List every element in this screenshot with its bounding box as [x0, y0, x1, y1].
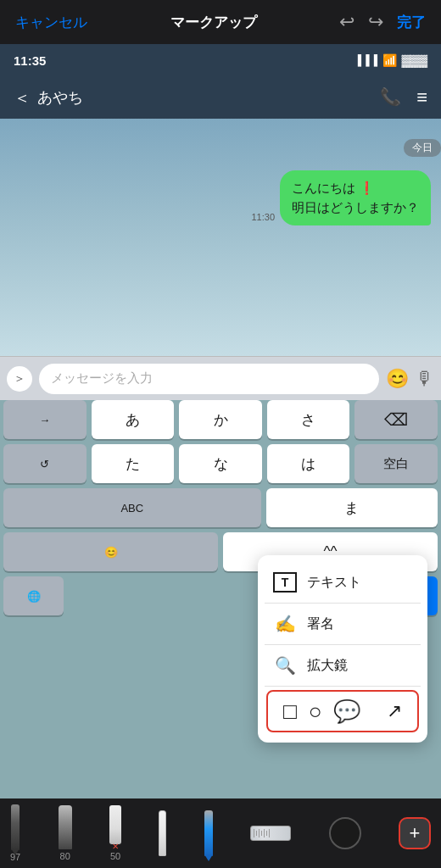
plus-icon: + [410, 822, 421, 844]
markup-toolbar: キャンセル マークアップ ↩ ↪ 完了 [0, 0, 441, 44]
key-ma[interactable]: ま [266, 488, 438, 527]
key-abc[interactable]: ABC [3, 488, 261, 527]
pen-blue-icon [204, 810, 213, 856]
chat-contact-name: あやち [37, 87, 83, 108]
key-globe[interactable]: 🌐 [3, 576, 64, 615]
tool-pencil-white[interactable] [159, 810, 166, 856]
key-a[interactable]: あ [92, 400, 175, 439]
pencil-white-icon [159, 810, 166, 856]
phone-button[interactable]: 📞 [380, 86, 401, 108]
emoji-button[interactable]: 😊 [386, 368, 409, 390]
chat-message-wrap: 11:30 こんにちは ❗明日はどうしますか？ [251, 170, 431, 225]
chat-bubble-outgoing: こんにちは ❗明日はどうしますか？ [280, 170, 431, 225]
popup-menu: T テキスト ✍️ 署名 🔍 拡大鏡 □ ○ 💬 ↗ [258, 555, 427, 743]
marker-icon [59, 805, 72, 849]
battery-icon: ▓▓▓ [401, 53, 427, 67]
message-input-area: ＞ メッセージを入力 😊 🎙 [0, 356, 441, 400]
speech-shape-icon[interactable]: 💬 [333, 700, 360, 722]
popup-signature-label: 署名 [307, 615, 334, 633]
chat-header-right: 📞 ≡ [380, 86, 427, 108]
keyboard-row-1: → あ か さ ⌫ [0, 400, 441, 439]
key-ka[interactable]: か [179, 400, 262, 439]
eraser-x-icon: ✕ [112, 842, 119, 851]
key-ha[interactable]: は [267, 444, 350, 483]
mic-button[interactable]: 🎙 [416, 368, 434, 390]
eraser-size: 50 [110, 851, 120, 861]
tool-pen-blue[interactable] [204, 810, 213, 856]
markup-title: マークアップ [170, 13, 257, 32]
tool-ruler[interactable] [250, 826, 291, 841]
drawing-toolbar: 97 80 ✕ 50 [0, 798, 441, 868]
key-space[interactable]: 空白 [354, 444, 438, 483]
chat-body: 今日 11:30 こんにちは ❗明日はどうしますか？ [0, 119, 441, 356]
circle-shape-icon[interactable]: ○ [309, 700, 322, 722]
text-icon: T [273, 572, 297, 593]
popup-item-magnify[interactable]: 🔍 拡大鏡 [258, 645, 427, 686]
chat-date-label: 今日 [404, 139, 441, 157]
redo-button[interactable]: ↪ [368, 11, 383, 33]
popup-item-signature[interactable]: ✍️ 署名 [258, 604, 427, 644]
input-placeholder: メッセージを入力 [51, 370, 153, 387]
tool-marker[interactable]: 80 [59, 805, 72, 861]
tool-eraser[interactable]: ✕ 50 [109, 805, 121, 861]
keyboard-row-3: ABC ま [0, 488, 441, 527]
message-time: 11:30 [251, 212, 275, 222]
popup-text-label: テキスト [307, 574, 361, 592]
expand-button[interactable]: ＞ [7, 366, 32, 392]
key-sa[interactable]: さ [267, 400, 350, 439]
done-button[interactable]: 完了 [397, 13, 426, 32]
divider-3 [265, 686, 421, 687]
magnify-icon: 🔍 [273, 655, 297, 676]
chat-header: ＜ あやち 📞 ≡ [0, 76, 441, 119]
rect-shape-icon[interactable]: □ [283, 700, 297, 722]
message-input-field[interactable]: メッセージを入力 [39, 364, 379, 394]
markup-actions: ↩ ↪ 完了 [339, 11, 426, 33]
add-tool-button[interactable]: + [399, 817, 431, 849]
signal-icon: ▐▐▐ [354, 54, 379, 66]
key-delete[interactable]: ⌫ [354, 400, 438, 439]
ruler-icon [250, 826, 291, 841]
key-na[interactable]: な [179, 444, 262, 483]
popup-shapes-row: □ ○ 💬 ↗ [266, 690, 419, 732]
marker-size: 80 [60, 851, 70, 861]
message-text: こんにちは ❗明日はどうしますか？ [292, 181, 419, 214]
chat-header-left: ＜ あやち [14, 86, 83, 109]
popup-item-text[interactable]: T テキスト [258, 562, 427, 603]
arrow-shape-icon[interactable]: ↗ [387, 702, 402, 721]
wifi-icon: 📶 [382, 53, 397, 67]
popup-magnify-label: 拡大鏡 [307, 657, 348, 675]
undo-button[interactable]: ↩ [339, 11, 354, 33]
color-picker-button[interactable] [329, 817, 361, 849]
status-bar: 11:35 ▐▐▐ 📶 ▓▓▓ [0, 44, 441, 76]
key-arrow[interactable]: → [3, 400, 87, 439]
chevron-icon: ＞ [14, 371, 25, 387]
phone-screen: 11:35 ▐▐▐ 📶 ▓▓▓ ＜ あやち 📞 ≡ 今日 11:30 こんにちは… [0, 44, 441, 868]
menu-button[interactable]: ≡ [416, 86, 427, 108]
keyboard-row-2: ↺ た な は 空白 [0, 444, 441, 483]
tool-pen-dark[interactable]: 97 [10, 804, 20, 862]
key-ta[interactable]: た [92, 444, 175, 483]
status-time: 11:35 [14, 53, 46, 68]
cancel-button[interactable]: キャンセル [15, 13, 87, 32]
eraser-icon [109, 805, 121, 844]
signature-icon: ✍️ [273, 614, 297, 634]
back-button[interactable]: ＜ [14, 86, 31, 109]
key-undo[interactable]: ↺ [3, 444, 87, 483]
status-icons: ▐▐▐ 📶 ▓▓▓ [354, 53, 427, 67]
key-emoji[interactable]: 😊 [3, 532, 218, 571]
pen-dark-icon [11, 804, 20, 850]
